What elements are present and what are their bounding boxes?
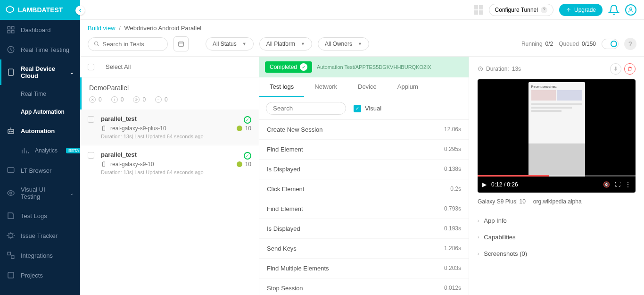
accordion-app-info[interactable]: ›App Info <box>478 212 636 229</box>
notifications-button[interactable] <box>608 4 619 16</box>
user-menu-button[interactable] <box>625 4 636 16</box>
visual-toggle[interactable]: ✓ Visual <box>354 105 381 112</box>
tab-test-logs[interactable]: Test logs <box>259 77 304 97</box>
svg-rect-3 <box>12 31 14 33</box>
test-os: 10 <box>237 161 251 168</box>
status-filter[interactable]: All Status▼ <box>206 37 254 51</box>
log-row[interactable]: Is Displayed0.138s <box>259 160 469 179</box>
test-group-header[interactable]: DemoParallel ✕0 !0 ⟳0 −0 <box>80 77 259 110</box>
more-button[interactable]: ⋮ <box>625 181 631 188</box>
search-tests-input[interactable] <box>102 41 162 48</box>
nav-real-device-cloud[interactable]: Real Device Cloud ⌄ <box>0 59 80 85</box>
search-tests[interactable] <box>88 37 168 51</box>
log-row[interactable]: Find Multiple Elements0.203s <box>259 259 469 278</box>
select-all-row[interactable]: Select All <box>80 57 259 77</box>
log-row[interactable]: Find Element0.793s <box>259 199 469 219</box>
status-text: Completed <box>270 64 297 70</box>
test-device-row: real-galaxy-s9-plus-10 10 <box>101 125 251 132</box>
nav-projects[interactable]: Projects <box>0 265 80 285</box>
tab-device[interactable]: Device <box>347 77 387 97</box>
svg-rect-13 <box>11 256 14 259</box>
stat-skipped: −0 <box>155 96 168 103</box>
nav-realtime-testing[interactable]: Real Time Testing <box>0 40 80 59</box>
log-name: Create New Session <box>267 126 323 133</box>
nav-automation[interactable]: Automation <box>0 121 80 141</box>
chevron-right-icon: › <box>478 235 479 240</box>
nav-integrations[interactable]: Integrations <box>0 245 80 265</box>
log-row[interactable]: Click Element0.2s <box>259 179 469 199</box>
nav-sub-analytics[interactable]: Analytics BETA <box>0 141 80 160</box>
svg-rect-2 <box>8 31 10 33</box>
duration-label: Duration: <box>486 66 509 72</box>
test-title: parallel_test <box>101 151 251 158</box>
nav-lt-browser[interactable]: LT Browser <box>0 160 80 180</box>
select-all-checkbox[interactable] <box>88 64 94 70</box>
log-row[interactable]: Create New Session12.06s <box>259 120 469 140</box>
log-search[interactable] <box>266 102 346 115</box>
group-stats: ✕0 !0 ⟳0 −0 <box>89 96 251 103</box>
minus-circle-icon: − <box>155 96 162 103</box>
nav-dashboard[interactable]: Dashboard <box>0 20 80 40</box>
tunnel-toggle[interactable] <box>602 39 619 49</box>
svg-point-10 <box>10 192 12 194</box>
log-time: 0.138s <box>444 166 461 173</box>
date-filter-button[interactable] <box>173 36 189 51</box>
filters-row: All Status▼ All Platform▼ All Owners▼ Ru… <box>88 36 636 51</box>
trash-icon <box>627 66 633 72</box>
sidebar-collapse-button[interactable] <box>75 6 85 15</box>
clock-icon <box>7 45 15 54</box>
sidebar: LAMBDATEST Dashboard Real Time Testing R… <box>0 0 80 295</box>
play-button[interactable]: ▶ <box>482 181 487 188</box>
dashboard-icon <box>7 25 15 34</box>
nav-test-logs[interactable]: Test Logs <box>0 206 80 226</box>
tab-appium[interactable]: Appium <box>387 77 429 97</box>
fullscreen-button[interactable]: ⛶ <box>615 181 620 188</box>
upgrade-button[interactable]: Upgrade <box>559 4 603 16</box>
test-path: Automation Test/APPTES5DGKVHHBURQKO2IX <box>317 64 431 70</box>
beta-badge: BETA <box>66 148 82 153</box>
nav-sub-app-automation[interactable]: App Automation <box>0 103 80 121</box>
help-button[interactable]: ? <box>624 38 636 50</box>
svg-rect-14 <box>8 272 14 278</box>
video-player[interactable]: Recent searches: ▶ 0:12 / 0:26 🔇 ⛶ ⋮ <box>478 79 636 193</box>
platform-filter[interactable]: All Platform▼ <box>259 37 312 51</box>
video-device-frame: Recent searches: <box>528 82 585 177</box>
accordion-capabilities[interactable]: ›Capabilities <box>478 229 636 245</box>
accordion-screenshots[interactable]: ›Screenshots (0) <box>478 245 636 262</box>
download-button[interactable]: ⬇ <box>610 63 621 75</box>
nav-label: Issue Tracker <box>21 232 58 239</box>
device-name: real-galaxy-s9-10 <box>110 161 154 168</box>
device-name: Galaxy S9 Plus| 10 <box>478 198 526 205</box>
queued-counter: Queued0/150 <box>559 41 596 47</box>
breadcrumb-root[interactable]: Build view <box>88 25 116 32</box>
nav-issue-tracker[interactable]: Issue Tracker <box>0 226 80 245</box>
test-row[interactable]: ✓ parallel_test real-galaxy-s9-plus-10 1… <box>80 110 259 145</box>
log-row[interactable]: Stop Session0.012s <box>259 278 469 295</box>
mute-button[interactable]: 🔇 <box>603 181 610 188</box>
tab-network[interactable]: Network <box>304 77 347 97</box>
test-checkbox[interactable] <box>88 116 94 123</box>
chevron-right-icon: › <box>478 251 479 256</box>
log-row[interactable]: Send Keys1.286s <box>259 239 469 259</box>
log-row[interactable]: Find Element0.295s <box>259 140 469 160</box>
test-row[interactable]: ✓ parallel_test real-galaxy-s9-10 10 Dur… <box>80 145 259 181</box>
nav-label: Analytics <box>35 147 58 154</box>
svg-point-7 <box>9 131 10 132</box>
configure-tunnel-button[interactable]: Configure Tunnel ? <box>489 4 553 16</box>
apps-grid-icon[interactable] <box>474 5 483 15</box>
duration-value: 13s <box>512 66 521 72</box>
nav-visual-ui[interactable]: Visual UI Testing ⌄ <box>0 180 80 206</box>
svg-rect-17 <box>179 42 184 46</box>
owners-filter[interactable]: All Owners▼ <box>318 37 369 51</box>
log-controls: ✓ Visual <box>259 97 469 120</box>
svg-rect-18 <box>103 126 105 131</box>
delete-button[interactable] <box>624 63 636 75</box>
log-row[interactable]: Is Displayed0.193s <box>259 219 469 239</box>
analytics-icon <box>21 146 29 155</box>
upgrade-label: Upgrade <box>574 7 596 13</box>
log-time: 0.193s <box>444 225 461 232</box>
test-checkbox[interactable] <box>88 152 94 159</box>
log-name: Is Displayed <box>267 166 300 173</box>
nav-sub-realtime[interactable]: Real Time <box>0 85 80 103</box>
log-search-input[interactable] <box>273 105 339 112</box>
